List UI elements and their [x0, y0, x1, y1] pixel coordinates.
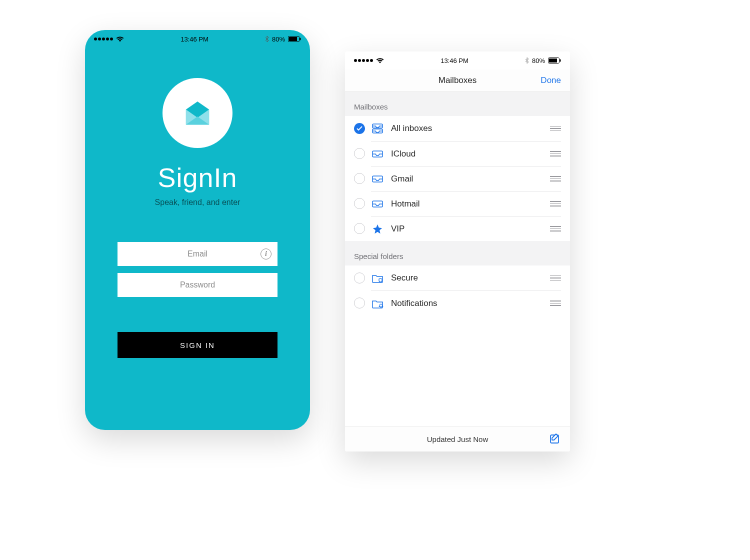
- radio-unchecked[interactable]: [354, 298, 365, 308]
- status-bar: 13:46 PM 80%: [345, 52, 570, 70]
- radio-unchecked[interactable]: [354, 223, 365, 234]
- mailbox-row-icloud[interactable]: ICloud: [345, 141, 570, 166]
- wifi-icon: [116, 36, 124, 42]
- mailbox-label: Gmail: [391, 174, 550, 184]
- info-icon[interactable]: i: [260, 248, 272, 260]
- special-folders-list: Secure Notifications: [345, 266, 570, 316]
- drag-handle-icon[interactable]: [550, 201, 561, 206]
- password-field-wrapper: [118, 273, 278, 297]
- inbox-stack-icon: [371, 124, 384, 134]
- drag-handle-icon[interactable]: [550, 176, 561, 182]
- mailbox-row-hotmail[interactable]: Hotmail: [345, 191, 570, 216]
- battery-percent: 80%: [272, 36, 285, 43]
- nav-bar: Mailboxes Done: [345, 70, 570, 92]
- status-time: 13:46 PM: [440, 57, 468, 64]
- drag-handle-icon[interactable]: [550, 226, 561, 232]
- compose-icon: [549, 432, 561, 444]
- signin-screen: 13:46 PM 80% SignIn Speak, friend, and e…: [85, 30, 310, 430]
- mailbox-label: All inboxes: [391, 124, 550, 134]
- drag-handle-icon[interactable]: [550, 300, 561, 306]
- inbox-icon: [371, 200, 384, 208]
- battery-icon: [548, 58, 561, 64]
- inbox-icon: [371, 176, 384, 182]
- signal-dots-icon: [354, 59, 373, 62]
- nav-title: Mailboxes: [438, 76, 477, 86]
- status-bar: 13:46 PM 80%: [85, 30, 310, 48]
- bottom-toolbar: Updated Just Now: [345, 426, 570, 452]
- folder-label: Notifications: [391, 298, 550, 308]
- email-field-wrapper: i: [118, 242, 278, 266]
- svg-rect-1: [289, 37, 297, 41]
- drag-handle-icon[interactable]: [550, 151, 561, 156]
- checkmark-icon[interactable]: [354, 123, 365, 134]
- mailboxes-list: All inboxes ICloud Gmail: [345, 116, 570, 241]
- mailbox-row-gmail[interactable]: Gmail: [345, 166, 570, 191]
- folder-row-notifications[interactable]: Notifications: [345, 290, 570, 316]
- bluetooth-icon: [525, 57, 529, 64]
- signin-tagline: Speak, friend, and enter: [155, 198, 240, 207]
- radio-unchecked[interactable]: [354, 173, 365, 184]
- inbox-icon: [371, 150, 384, 158]
- radio-unchecked[interactable]: [354, 198, 365, 209]
- svg-rect-5: [560, 60, 561, 62]
- section-header-special: Special folders: [345, 241, 570, 266]
- compose-button[interactable]: [549, 432, 561, 446]
- wifi-icon: [376, 58, 384, 64]
- battery-icon: [288, 36, 301, 42]
- email-field[interactable]: [118, 242, 278, 266]
- mailboxes-screen: 13:46 PM 80% Mailboxes Done Mailboxes Al: [345, 52, 570, 452]
- drag-handle-icon[interactable]: [550, 276, 561, 281]
- drag-handle-icon[interactable]: [550, 126, 561, 132]
- bluetooth-icon: [265, 36, 269, 42]
- open-envelope-icon: [179, 94, 216, 132]
- password-field[interactable]: [118, 273, 278, 297]
- folder-row-secure[interactable]: Secure: [345, 266, 570, 290]
- update-status: Updated Just Now: [427, 435, 488, 444]
- status-time: 13:46 PM: [180, 36, 208, 43]
- mailbox-row-vip[interactable]: VIP: [345, 216, 570, 241]
- svg-rect-4: [549, 58, 557, 62]
- folder-label: Secure: [391, 273, 550, 283]
- svg-rect-2: [300, 38, 301, 40]
- star-icon: [371, 224, 384, 234]
- app-logo: [162, 78, 232, 148]
- battery-percent: 80%: [532, 57, 545, 64]
- section-header-mailboxes: Mailboxes: [345, 92, 570, 116]
- spacer: [345, 316, 570, 426]
- radio-unchecked[interactable]: [354, 148, 365, 159]
- signin-button[interactable]: SIGN IN: [118, 332, 278, 358]
- mailbox-label: Hotmail: [391, 199, 550, 209]
- mailbox-row-all-inboxes[interactable]: All inboxes: [345, 116, 570, 141]
- mailbox-label: VIP: [391, 224, 550, 234]
- mailbox-label: ICloud: [391, 149, 550, 159]
- radio-unchecked[interactable]: [354, 272, 365, 284]
- done-button[interactable]: Done: [540, 76, 561, 86]
- folder-bell-icon: [371, 298, 384, 308]
- folder-shield-icon: [371, 273, 384, 283]
- signin-title: SignIn: [158, 162, 237, 193]
- signal-dots-icon: [94, 38, 113, 40]
